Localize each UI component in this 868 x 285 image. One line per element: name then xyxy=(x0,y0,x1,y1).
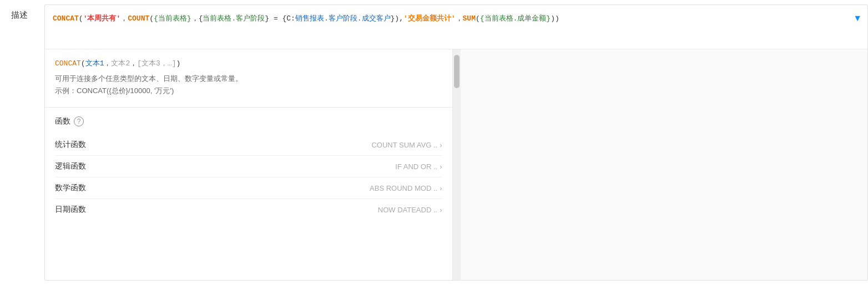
main-container: 描述 CONCAT('本周共有'，COUNT({当前表格}，{当前表格.客户阶段… xyxy=(0,0,868,285)
hint-desc-line2: 示例：CONCAT({总价}/10000, '万元') xyxy=(55,85,442,97)
category-name-stats: 统计函数 xyxy=(55,140,86,150)
sum-fn: SUM xyxy=(463,14,476,23)
functions-header: 函数 ? xyxy=(55,116,442,126)
ref-current-table: {当前表格} xyxy=(154,14,191,23)
category-row-date[interactable]: 日期函数 NOW DATEADD .. › xyxy=(55,199,442,220)
str-jiaoyi: '交易金额共计' xyxy=(403,14,456,23)
arrow-icon-math: › xyxy=(440,184,442,192)
formula-display: CONCAT('本周共有'，COUNT({当前表格}，{当前表格.客户阶段} =… xyxy=(53,13,847,25)
dropdown-right-panel xyxy=(461,49,868,280)
category-row-math[interactable]: 数学函数 ABS ROUND MOD .. › xyxy=(55,177,442,199)
ref-amount: {当前表格.成单金额} xyxy=(480,14,551,23)
function-hint-box: CONCAT(文本1，文本2，[文本3，…]) 可用于连接多个任意类型的文本、日… xyxy=(45,49,452,108)
category-name-date: 日期函数 xyxy=(55,205,86,215)
arrow-icon-date: › xyxy=(440,206,442,214)
arrow-icon-stats: › xyxy=(440,141,442,149)
str-benzhou: '本周共有' xyxy=(83,14,121,23)
category-name-math: 数学函数 xyxy=(55,183,86,193)
cross-ref-sales: 销售报表.客户阶段.成交客户 xyxy=(295,14,391,23)
label-text: 描述 xyxy=(11,10,28,19)
hint-param1: 文本1 xyxy=(85,59,104,68)
hint-signature: CONCAT(文本1，文本2，[文本3，…]) xyxy=(55,58,442,68)
function-list: 函数 ? 统计函数 COUNT SUM AVG .. › 逻辑函数 IF xyxy=(45,108,452,229)
hint-param2: 文本2 xyxy=(111,59,130,68)
category-row-stats[interactable]: 统计函数 COUNT SUM AVG .. › xyxy=(55,134,442,156)
formula-panel: CONCAT('本周共有'，COUNT({当前表格}，{当前表格.客户阶段} =… xyxy=(44,4,868,281)
formula-bar[interactable]: CONCAT('本周共有'，COUNT({当前表格}，{当前表格.客户阶段} =… xyxy=(45,5,867,49)
scrollbar-thumb[interactable] xyxy=(454,55,460,88)
category-row-logic[interactable]: 逻辑函数 IF AND OR .. › xyxy=(55,156,442,177)
help-icon[interactable]: ? xyxy=(74,116,84,126)
category-preview-math: ABS ROUND MOD .. › xyxy=(370,184,442,192)
ref-customer-stage: 当前表格.客户阶段 xyxy=(203,14,265,23)
category-preview-logic: IF AND OR .. › xyxy=(395,162,442,171)
category-preview-stats: COUNT SUM AVG .. › xyxy=(371,141,442,149)
dropdown-area: CONCAT(文本1，文本2，[文本3，…]) 可用于连接多个任意类型的文本、日… xyxy=(45,49,867,280)
category-preview-date: NOW DATEADD .. › xyxy=(378,206,442,214)
count-fn: COUNT xyxy=(128,14,149,23)
arrow-icon-logic: › xyxy=(440,162,442,171)
hint-fn-name: CONCAT xyxy=(55,59,81,68)
functions-label: 函数 xyxy=(55,116,70,126)
field-label: 描述 xyxy=(0,0,44,285)
dropdown-left-panel: CONCAT(文本1，文本2，[文本3，…]) 可用于连接多个任意类型的文本、日… xyxy=(45,49,453,280)
scrollbar[interactable] xyxy=(453,49,461,280)
hint-param3: [文本3，…] xyxy=(137,59,176,68)
hint-desc-line1: 可用于连接多个任意类型的文本、日期、数字变量或常量。 xyxy=(55,73,442,85)
concat-fn: CONCAT xyxy=(53,14,79,23)
collapse-button[interactable]: ▼ xyxy=(853,11,862,26)
category-name-logic: 逻辑函数 xyxy=(55,161,86,171)
